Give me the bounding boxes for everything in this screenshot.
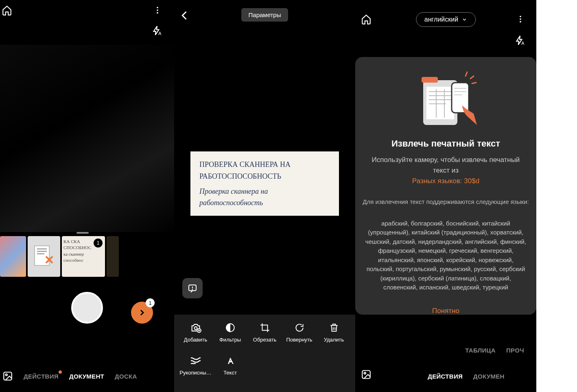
svg-point-2 [157, 12, 158, 14]
thumbnail-strip: анениям и общий доступ Карманный сканер … [0, 236, 174, 277]
edit-toolbar: Добавить Фильтры Обрезать Повернуть Удал… [174, 315, 355, 392]
camera-plus-icon [190, 322, 201, 333]
flash-auto-icon[interactable]: A [151, 25, 162, 36]
tab-label: ДЕЙСТВИЯ [24, 373, 59, 380]
top-bar: английский A [355, 0, 536, 49]
tool-label: Добавить [184, 337, 207, 343]
shutter-button[interactable] [71, 292, 103, 324]
text-button[interactable]: Текст [213, 355, 247, 384]
top-bar: A [0, 0, 174, 45]
flash-auto-icon[interactable]: A [514, 35, 525, 46]
language-count: Разных языков: 30$d [363, 177, 529, 185]
tool-label: Фильтры [219, 337, 241, 343]
add-button[interactable]: Добавить [178, 322, 213, 351]
illustration-icon [363, 67, 529, 136]
home-icon[interactable] [2, 5, 12, 15]
svg-rect-21 [422, 77, 438, 83]
back-icon[interactable] [179, 10, 190, 21]
ink-button[interactable]: Рукописны… [178, 355, 213, 384]
comment-button[interactable] [182, 278, 203, 298]
svg-point-9 [6, 374, 7, 376]
promo-thumbnail[interactable]: анениям и общий доступ [0, 236, 26, 277]
photo-text-line: ПРОВЕРКА СКАННЕРА НА РАБОТОСПОСОБНОСТЬ [199, 159, 330, 182]
languages-list: арабский, болгарский, боснийский, китайс… [363, 219, 529, 292]
handwriting-icon [190, 355, 201, 366]
card-subtitle: Используйте камеру, чтобы извлечь печатн… [363, 155, 529, 175]
camera-viewfinder[interactable] [0, 45, 174, 232]
mode-tabs: ДЕЙСТВИЯ ДОКУМЕНТ ДОСКА [0, 371, 174, 381]
tab-document[interactable]: ДОКУМЕН [473, 373, 505, 380]
card-title: Извлечь печатный текст [363, 138, 529, 149]
language-selector[interactable]: английский [416, 12, 476, 27]
tool-label: Повернуть [286, 337, 312, 343]
tool-label: Обрезать [253, 337, 276, 343]
photo-text-line: Проверка сканнера на работоспособность [199, 186, 330, 209]
tool-label: Удалить [324, 337, 344, 343]
screen-capture: A анениям и общий доступ Карманный скане… [0, 0, 174, 392]
scan-thumbnail[interactable]: КА СКА СПОСОБНОС ка сканнер способнос 1 [62, 236, 105, 277]
svg-point-12 [192, 289, 193, 290]
rotate-button[interactable]: Повернуть [282, 322, 317, 351]
svg-text:A: A [521, 41, 525, 46]
languages-intro: Для извлечения текст поддерживаются след… [363, 197, 529, 207]
count-badge: 1 [94, 239, 103, 247]
more-icon[interactable] [153, 6, 162, 15]
filters-button[interactable]: Фильтры [213, 322, 247, 351]
chevron-down-icon [461, 17, 467, 22]
drag-handle-icon[interactable] [76, 232, 89, 234]
thumb-text: КА СКА СПОСОБНОС ка сканнер способнос [63, 239, 91, 263]
screen-edit: Параметры ПРОВЕРКА СКАННЕРА НА РАБОТОСПО… [174, 0, 355, 392]
svg-point-0 [157, 7, 158, 9]
home-icon[interactable] [361, 14, 372, 24]
svg-text:A: A [158, 31, 162, 36]
scan-thumbnail[interactable] [107, 236, 119, 277]
trash-icon [329, 322, 339, 333]
svg-rect-29 [452, 83, 469, 113]
tab-board[interactable]: ДОСКА [115, 373, 137, 380]
crop-button[interactable]: Обрезать [247, 322, 282, 351]
language-label: английский [424, 16, 458, 23]
delete-button[interactable]: Удалить [317, 322, 351, 351]
svg-rect-5 [37, 248, 47, 250]
parameters-button[interactable]: Параметры [241, 8, 288, 22]
notification-dot-icon [59, 370, 62, 374]
info-card: Извлечь печатный текст Используйте камер… [355, 57, 536, 315]
svg-rect-8 [4, 372, 12, 380]
svg-rect-6 [37, 251, 47, 252]
bottom-bar: ДЕЙСТВИЯ ДОКУМЕН [355, 339, 536, 392]
filters-icon [225, 322, 236, 333]
tab-actions[interactable]: ДЕЙСТВИЯ [24, 373, 59, 380]
crop-icon [260, 322, 270, 333]
gallery-icon[interactable] [2, 371, 13, 381]
svg-rect-7 [37, 253, 44, 254]
rotate-icon [294, 322, 305, 333]
scanned-photo[interactable]: ПРОВЕРКА СКАННЕРА НА РАБОТОСПОСОБНОСТЬ П… [190, 151, 339, 216]
svg-point-17 [520, 18, 521, 20]
svg-point-1 [157, 9, 158, 11]
tab-actions[interactable]: ДЕЙСТВИЯ [428, 373, 463, 380]
tool-label: Текст [223, 370, 237, 376]
promo-thumbnail[interactable]: Карманный сканер [28, 236, 60, 277]
tab-document[interactable]: ДОКУМЕНТ [69, 373, 104, 380]
svg-point-13 [194, 327, 197, 330]
text-icon [225, 355, 235, 366]
tool-label: Рукописны… [179, 370, 212, 376]
more-icon[interactable] [516, 15, 525, 24]
ok-button[interactable]: Понятно [363, 307, 529, 315]
mode-tabs: ДЕЙСТВИЯ ДОКУМЕН [355, 373, 536, 380]
screen-language-info: английский A [355, 0, 536, 392]
svg-point-16 [520, 16, 521, 18]
count-badge: 1 [146, 298, 155, 307]
next-button[interactable]: 1 [131, 302, 153, 324]
svg-point-18 [520, 21, 521, 23]
